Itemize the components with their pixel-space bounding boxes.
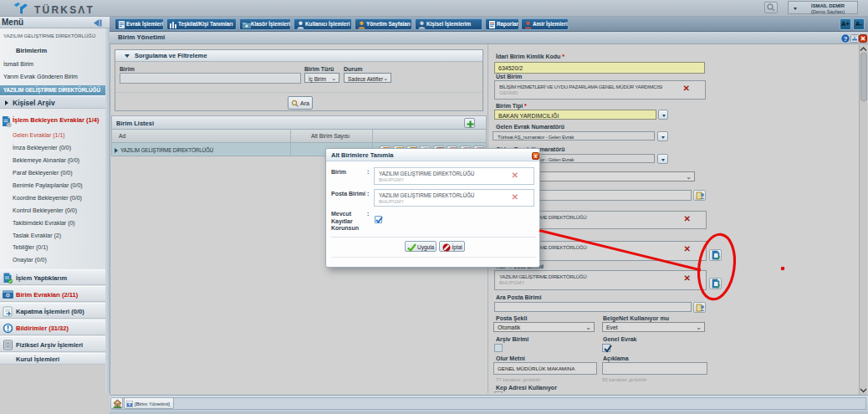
svg-text:?: ? xyxy=(844,35,848,43)
